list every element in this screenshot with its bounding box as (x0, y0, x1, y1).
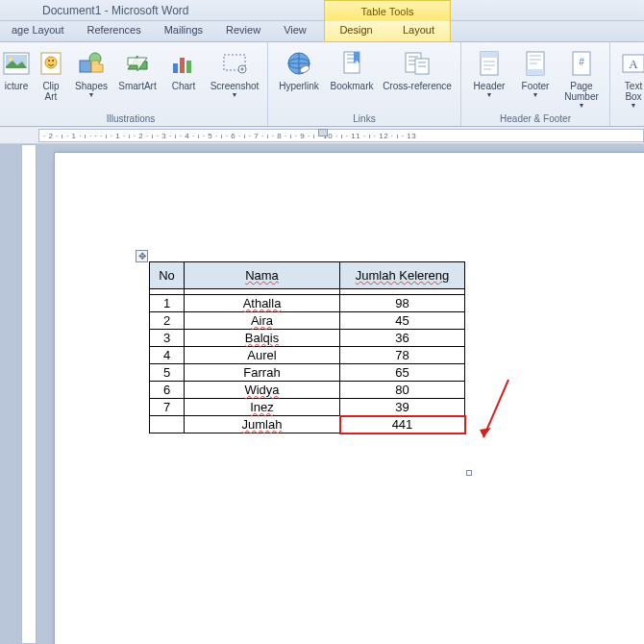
svg-rect-21 (481, 52, 498, 58)
cell-nama[interactable]: Balqis (185, 330, 340, 347)
cell-nama[interactable]: Farrah (185, 364, 340, 382)
picture-icon (1, 48, 32, 79)
cell-value[interactable]: 78 (340, 347, 465, 364)
table-row: 3Balqis36 (150, 330, 465, 347)
cell-no[interactable]: 2 (150, 312, 185, 330)
cell-nama[interactable]: Widya (185, 382, 340, 399)
document-area: ✥ No Nama Jumlah Kelereng 1Athalla982Air… (0, 144, 644, 644)
table-row: 4Aurel78 (150, 347, 465, 364)
svg-point-6 (52, 60, 54, 62)
shapes-icon (76, 48, 107, 79)
tab-mailings[interactable]: Mailings (153, 21, 214, 41)
svg-marker-29 (480, 428, 491, 437)
picture-button[interactable]: icture (0, 46, 33, 104)
indent-marker[interactable] (318, 129, 328, 136)
cell-value[interactable]: 65 (340, 364, 465, 382)
cell-value[interactable]: 80 (340, 382, 465, 399)
cell-no[interactable]: 5 (150, 364, 185, 382)
svg-line-28 (483, 380, 508, 437)
chart-icon (168, 48, 199, 79)
table-header-row: No Nama Jumlah Kelereng (150, 262, 465, 289)
smartart-button[interactable]: SmartArt (115, 46, 160, 104)
tab-review[interactable]: Review (214, 21, 272, 41)
table-total-row: Jumlah 441 (150, 416, 465, 433)
cell-value[interactable]: 98 (340, 295, 465, 312)
cell-no[interactable]: 4 (150, 347, 185, 364)
dropdown-arrow-icon: ▼ (631, 102, 637, 109)
cell-value[interactable]: 45 (340, 312, 465, 330)
footer-icon (520, 48, 551, 79)
contextual-title: Table Tools (324, 0, 451, 21)
table-tools-contextual: Table Tools Design Layout (324, 0, 451, 42)
tab-page-layout[interactable]: age Layout (0, 21, 75, 41)
window-title: Document1 - Microsoft Word (42, 4, 189, 17)
table-row: 6Widya80 (150, 382, 465, 399)
cell-nama[interactable]: Aurel (185, 347, 340, 364)
table-row: 2Aira45 (150, 312, 465, 330)
textbox-button[interactable]: A Text Box ▼ (616, 46, 644, 111)
header-button[interactable]: Header ▼ (467, 46, 511, 111)
clipart-icon (36, 48, 66, 79)
cell-no[interactable]: 1 (150, 295, 185, 312)
textbox-icon: A (618, 48, 644, 79)
chart-button[interactable]: Chart (161, 46, 206, 104)
cell-no[interactable]: 7 (150, 399, 185, 416)
title-bar: Document1 - Microsoft Word (0, 0, 644, 21)
svg-point-5 (48, 60, 50, 62)
header-no[interactable]: No (150, 262, 185, 289)
cell-value[interactable]: 39 (340, 399, 465, 416)
svg-rect-23 (527, 69, 544, 75)
document-page[interactable]: ✥ No Nama Jumlah Kelereng 1Athalla982Air… (54, 152, 644, 644)
horizontal-ruler[interactable]: · 2 · ı · 1 · ı · · · ı · 1 · ı · 2 · ı … (38, 129, 644, 142)
tab-view[interactable]: View (272, 21, 318, 41)
horizontal-ruler-bar: · 2 · ı · 1 · ı · · · ı · 1 · ı · 2 · ı … (0, 127, 644, 144)
word-table[interactable]: No Nama Jumlah Kelereng 1Athalla982Aira4… (149, 261, 465, 433)
dropdown-arrow-icon: ▼ (88, 91, 95, 98)
cell-value[interactable]: 36 (340, 330, 465, 347)
svg-point-4 (45, 57, 57, 68)
group-links-label: Links (274, 113, 455, 124)
tab-references[interactable]: References (75, 21, 152, 41)
svg-point-2 (9, 58, 12, 62)
shapes-button[interactable]: Shapes ▼ (69, 46, 113, 104)
crossref-button[interactable]: Cross-reference (380, 46, 455, 93)
table-row: 7Inez39 (150, 399, 465, 416)
total-label-cell[interactable]: Jumlah (185, 416, 340, 433)
table-row: 1Athalla98 (150, 295, 465, 312)
header-jumlah[interactable]: Jumlah Kelereng (340, 262, 465, 289)
bookmark-icon (336, 48, 367, 79)
header-icon (474, 48, 505, 79)
svg-rect-7 (80, 61, 91, 72)
svg-text:A: A (629, 57, 638, 71)
tab-table-layout[interactable]: Layout (387, 21, 450, 41)
header-nama[interactable]: Nama (185, 262, 340, 289)
cell-no[interactable]: 3 (150, 330, 185, 347)
dropdown-arrow-icon: ▼ (533, 91, 539, 98)
clipart-button[interactable]: Clip Art (35, 46, 67, 104)
table-row: 5Farrah65 (150, 364, 465, 382)
group-illustrations-label: Illustrations (0, 113, 261, 124)
tab-table-design[interactable]: Design (325, 21, 387, 41)
hyperlink-icon (284, 48, 314, 79)
pagenumber-icon: # (566, 48, 597, 79)
ribbon: icture Clip Art Shapes ▼ SmartArt (0, 42, 644, 127)
hyperlink-button[interactable]: Hyperlink (274, 46, 324, 93)
annotation-arrow (478, 374, 516, 451)
dropdown-arrow-icon: ▼ (486, 91, 493, 98)
screenshot-icon (219, 48, 250, 79)
bookmark-button[interactable]: Bookmark (326, 46, 378, 93)
footer-button[interactable]: Footer ▼ (513, 46, 557, 111)
table-resize-handle[interactable] (466, 470, 472, 476)
total-value-cell[interactable]: 441 (340, 416, 465, 433)
cell-no[interactable]: 6 (150, 382, 185, 399)
table-move-handle[interactable]: ✥ (136, 250, 148, 262)
vertical-ruler[interactable] (21, 144, 37, 644)
pagenumber-button[interactable]: # Page Number ▼ (559, 46, 604, 111)
dropdown-arrow-icon: ▼ (579, 102, 585, 109)
screenshot-button[interactable]: Screenshot ▼ (208, 46, 261, 104)
cell-nama[interactable]: Inez (185, 399, 340, 416)
cell-nama[interactable]: Athalla (185, 295, 340, 312)
cell-nama[interactable]: Aira (185, 312, 340, 330)
svg-rect-9 (173, 63, 178, 73)
ribbon-tabstrip: age Layout References Mailings Review Vi… (0, 21, 644, 42)
